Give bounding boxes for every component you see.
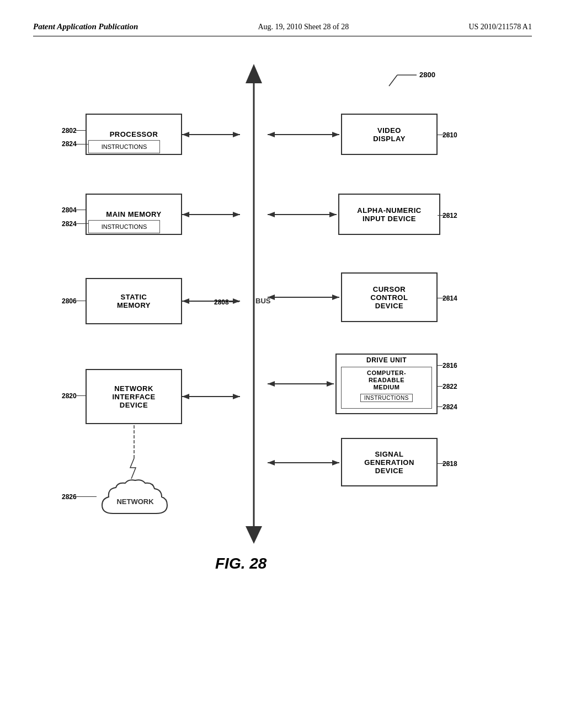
box-video-display: VIDEO DISPLAY <box>341 114 438 155</box>
svg-marker-14 <box>329 212 337 217</box>
svg-marker-2 <box>246 526 262 544</box>
svg-marker-8 <box>332 132 339 137</box>
processor-label: PROCESSOR <box>110 130 158 138</box>
svg-marker-15 <box>268 212 275 217</box>
box-instructions-2: INSTRUCTIONS <box>88 220 160 233</box>
network-interface-label: NETWORK INTERFACE DEVICE <box>112 384 155 409</box>
ref-2808: 2808 <box>214 298 229 306</box>
svg-text:NETWORK: NETWORK <box>116 497 154 506</box>
box-drive-unit-outer: DRIVE UNIT COMPUTER-READABLEMEDIUM INSTR… <box>335 354 438 414</box>
svg-marker-5 <box>233 132 240 137</box>
instructions-1-label: INSTRUCTIONS <box>102 143 147 150</box>
video-display-label: VIDEO DISPLAY <box>373 126 406 143</box>
svg-marker-23 <box>233 394 240 399</box>
svg-marker-6 <box>182 132 189 137</box>
svg-marker-24 <box>182 394 189 399</box>
page: Patent Application Publication Aug. 19, … <box>0 0 565 728</box>
svg-line-33 <box>389 75 397 86</box>
box-static-memory: STATIC MEMORY <box>86 278 182 324</box>
ref-2800: 2800 <box>419 71 435 79</box>
ref-2810: 2810 <box>443 131 457 139</box>
svg-marker-12 <box>182 212 189 217</box>
header-center: Aug. 19, 2010 Sheet 28 of 28 <box>258 23 349 31</box>
ref-2824a: 2824 <box>62 140 77 148</box>
box-alpha-numeric: ALPHA-NUMERIC INPUT DEVICE <box>338 194 440 235</box>
svg-marker-18 <box>182 298 189 304</box>
ref-2824b: 2824 <box>62 220 77 228</box>
svg-marker-17 <box>233 298 240 304</box>
fig-label: FIG. 28 <box>215 555 266 572</box>
ref-2812: 2812 <box>443 212 457 220</box>
ref-2820: 2820 <box>62 392 77 400</box>
header-left: Patent Application Publication <box>33 22 138 31</box>
svg-marker-30 <box>268 460 275 465</box>
cursor-control-label: CURSOR CONTROL DEVICE <box>371 285 408 310</box>
ref-2824c: 2824 <box>443 403 457 411</box>
ref-2818: 2818 <box>443 460 457 468</box>
box-instructions-1: INSTRUCTIONS <box>88 140 160 153</box>
ref-2806: 2806 <box>62 297 77 305</box>
box-cursor-control: CURSOR CONTROL DEVICE <box>341 272 438 322</box>
cloud-network: NETWORK <box>97 478 174 522</box>
ref-2804: 2804 <box>62 206 77 214</box>
svg-marker-27 <box>268 381 275 387</box>
svg-marker-1 <box>246 64 262 83</box>
box-network-interface: NETWORK INTERFACE DEVICE <box>86 369 182 424</box>
box-signal-generation: SIGNAL GENERATION DEVICE <box>341 438 438 486</box>
svg-marker-29 <box>332 460 339 465</box>
ref-2816: 2816 <box>443 362 457 370</box>
ref-2814: 2814 <box>443 295 457 302</box>
header-right: US 2010/211578 A1 <box>468 23 532 31</box>
main-memory-label: MAIN MEMORY <box>106 210 161 218</box>
instructions-2-label: INSTRUCTIONS <box>102 223 147 230</box>
signal-generation-label: SIGNAL GENERATION DEVICE <box>364 450 414 475</box>
svg-marker-20 <box>332 295 339 300</box>
svg-marker-9 <box>268 132 275 137</box>
header: Patent Application Publication Aug. 19, … <box>33 22 532 36</box>
svg-marker-26 <box>327 381 334 387</box>
ref-2822: 2822 <box>443 383 457 390</box>
svg-marker-11 <box>233 212 240 217</box>
ref-2802: 2802 <box>62 127 77 135</box>
ref-2826: 2826 <box>62 493 77 501</box>
alpha-numeric-label: ALPHA-NUMERIC INPUT DEVICE <box>357 206 421 223</box>
svg-text:BUS: BUS <box>255 297 271 305</box>
diagram-area: BUS <box>33 47 532 676</box>
static-memory-label: STATIC MEMORY <box>117 293 151 309</box>
